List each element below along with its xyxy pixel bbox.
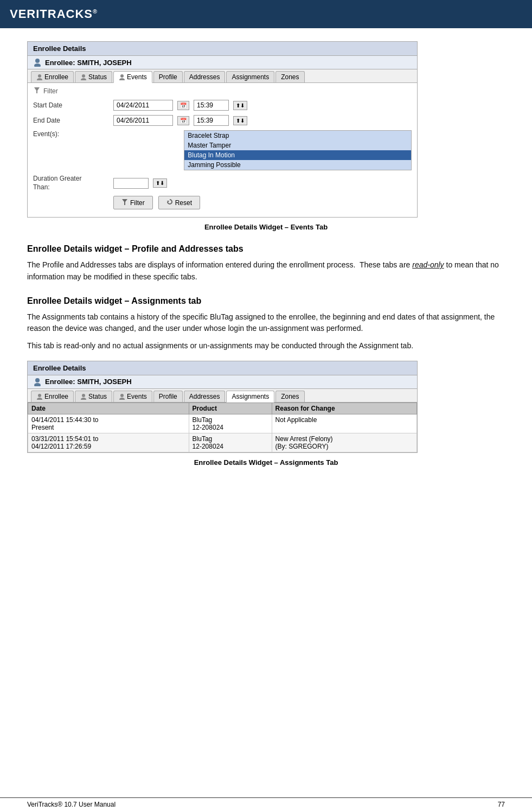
tab-zones-label: Zones [281, 73, 299, 81]
assignments-table-body: 04/14/2011 15:44:30 toPresent BluTag12-2… [28, 414, 417, 452]
col-reason-header: Reason for Change [272, 403, 416, 414]
svg-point-6 [120, 74, 124, 78]
end-date-input[interactable] [113, 115, 173, 126]
tab-enrollee-label: Enrollee [44, 73, 68, 81]
w2-tab-enrollee-label: Enrollee [44, 393, 68, 400]
duration-spin-btn[interactable]: ⬆⬇ [153, 178, 167, 188]
tab-events[interactable]: Events [113, 71, 152, 83]
start-date-calendar-btn[interactable]: 📅 [177, 101, 189, 110]
table-row: 04/14/2011 15:44:30 toPresent BluTag12-2… [28, 414, 417, 433]
start-time-spin-btn[interactable]: ⬆⬇ [233, 101, 247, 110]
tab-assignments[interactable]: Assignments [226, 71, 274, 82]
caption1: Enrollee Details Widget – Events Tab [27, 223, 505, 231]
svg-point-17 [120, 394, 124, 397]
w2-tab-assignments[interactable]: Assignments [226, 391, 274, 403]
logo-reg: ® [93, 8, 98, 15]
row1-date: 04/14/2011 15:44:30 toPresent [28, 414, 189, 433]
svg-point-15 [82, 394, 85, 397]
events-row: Event(s): Bracelet Strap Master Tamper B… [33, 130, 412, 170]
w2-tab-status[interactable]: Status [75, 391, 112, 402]
section1-paragraph: The Profile and Addresses tabs are displ… [27, 259, 505, 283]
svg-marker-9 [122, 199, 127, 205]
svg-point-11 [35, 378, 40, 382]
w2-tab-enrollee[interactable]: Enrollee [31, 391, 74, 402]
start-time-input[interactable] [194, 100, 229, 111]
tab-status-label: Status [88, 73, 107, 81]
main-content: Enrollee Details Enrollee: SMITH, JOSEPH… [0, 28, 532, 494]
end-date-calendar-btn[interactable]: 📅 [177, 116, 189, 125]
svg-point-13 [38, 394, 41, 397]
table-row: 03/31/2011 15:54:01 to04/12/2011 17:26:5… [28, 433, 417, 452]
events-label: Event(s): [33, 130, 99, 138]
tab-addresses-label: Addresses [189, 73, 220, 81]
w2-events-icon [119, 393, 125, 400]
end-date-row: End Date 📅 ⬆⬇ [33, 115, 412, 126]
end-date-label: End Date [33, 117, 109, 124]
widget2-box: Enrollee Details Enrollee: SMITH, JOSEPH… [27, 361, 418, 453]
start-date-input[interactable] [113, 100, 173, 111]
row2-product: BluTag12-208024 [189, 433, 272, 452]
tab-status[interactable]: Status [75, 71, 112, 82]
w2-status-icon [80, 393, 87, 400]
person-icon-2 [33, 378, 42, 386]
event-item-0[interactable]: Bracelet Strap [184, 131, 411, 141]
section1-heading: Enrollee Details widget – Profile and Ad… [27, 244, 505, 254]
caption2: Enrollee Details Widget – Assignments Ta… [27, 458, 505, 467]
w2-tab-zones-label: Zones [281, 393, 299, 400]
event-item-3[interactable]: Jamming Possible [184, 160, 411, 170]
tab-profile-label: Profile [159, 73, 177, 81]
row1-product: BluTag12-208024 [189, 414, 272, 433]
row1-reason: Not Applicable [272, 414, 416, 433]
svg-point-18 [119, 398, 125, 400]
footer-left: VeriTracks® 10.7 User Manual [27, 801, 116, 808]
tab-zones[interactable]: Zones [275, 71, 304, 82]
filter-btn-icon [121, 199, 128, 207]
reset-btn-label: Reset [175, 199, 192, 207]
row2-reason: New Arrest (Felony)(By: SGREGORY) [272, 433, 416, 452]
section2-heading: Enrollee Details widget – Assignments ta… [27, 296, 505, 306]
svg-point-14 [37, 398, 42, 400]
row2-date: 03/31/2011 15:54:01 to04/12/2011 17:26:5… [28, 433, 189, 452]
widget2-enrollee-bar: Enrollee: SMITH, JOSEPH [28, 375, 417, 389]
tab-profile[interactable]: Profile [153, 71, 183, 82]
svg-point-1 [34, 63, 41, 67]
event-item-1[interactable]: Master Tamper [184, 141, 411, 150]
filter-action-btn[interactable]: Filter [113, 196, 153, 209]
event-item-2[interactable]: Blutag In Motion [184, 150, 411, 160]
w2-tab-profile[interactable]: Profile [153, 391, 183, 402]
svg-point-16 [81, 398, 86, 400]
events-list[interactable]: Bracelet Strap Master Tamper Blutag In M… [184, 130, 412, 170]
widget2-enrollee-name: Enrollee: SMITH, JOSEPH [45, 378, 132, 386]
w2-tab-assignments-label: Assignments [232, 393, 269, 400]
col-product-header: Product [189, 403, 272, 414]
svg-point-7 [119, 78, 125, 80]
status-tab-icon [80, 74, 87, 80]
tab-enrollee[interactable]: Enrollee [31, 71, 74, 82]
assignments-table: Date Product Reason for Change 04/14/201… [28, 403, 417, 452]
svg-point-0 [35, 59, 40, 63]
tab-addresses[interactable]: Addresses [184, 71, 226, 82]
svg-point-2 [38, 74, 41, 78]
duration-input[interactable] [113, 178, 149, 189]
end-time-spin-btn[interactable]: ⬆⬇ [233, 116, 247, 125]
section2-paragraph1: The Assignments tab contains a history o… [27, 311, 505, 335]
svg-marker-8 [34, 87, 40, 93]
w2-tab-profile-label: Profile [159, 393, 177, 400]
w2-tab-events[interactable]: Events [113, 391, 152, 402]
tab-events-label: Events [127, 73, 147, 81]
w2-tab-addresses[interactable]: Addresses [184, 391, 226, 402]
start-date-row: Start Date 📅 ⬆⬇ [33, 100, 412, 111]
widget1-title: Enrollee Details [28, 42, 417, 56]
reset-action-btn[interactable]: Reset [158, 196, 200, 209]
w2-tab-zones[interactable]: Zones [275, 391, 304, 402]
widget1-enrollee-bar: Enrollee: SMITH, JOSEPH [28, 56, 417, 69]
header-logo: VeriTracks® [10, 7, 98, 21]
end-time-input[interactable] [194, 115, 229, 126]
tab-assignments-label: Assignments [232, 73, 269, 81]
header: VeriTracks® [0, 0, 532, 28]
enrollee-tab-icon [36, 74, 43, 80]
svg-point-12 [34, 383, 41, 386]
reset-btn-icon [166, 199, 173, 207]
footer-right: 77 [498, 801, 505, 808]
person-icon [33, 58, 42, 67]
